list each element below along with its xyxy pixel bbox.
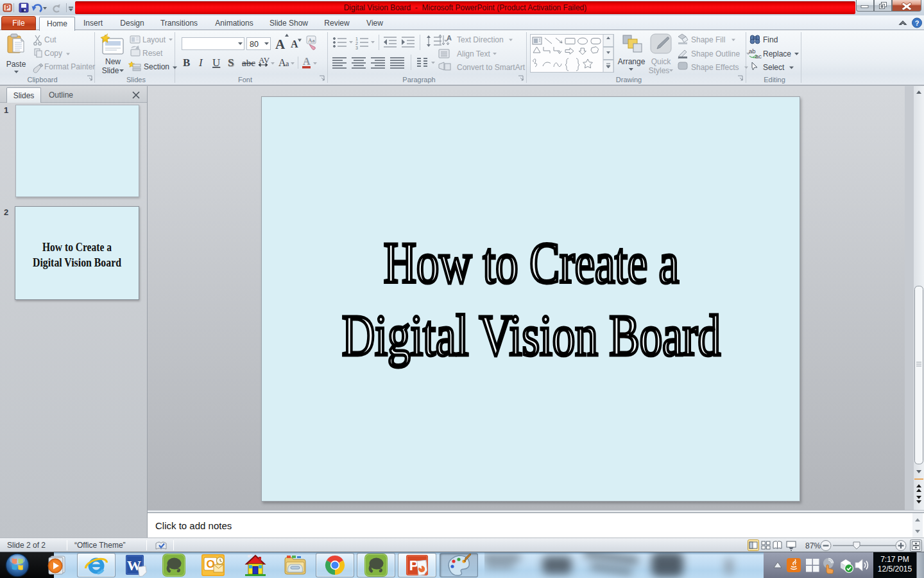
svg-text:Reset: Reset — [142, 49, 163, 58]
svg-text:Styles: Styles — [649, 66, 670, 75]
svg-text:Copy: Copy — [44, 49, 62, 58]
svg-text:Text Direction: Text Direction — [457, 35, 504, 44]
svg-text:A: A — [291, 39, 298, 49]
svg-text:Find: Find — [763, 35, 778, 44]
svg-text:Quick: Quick — [651, 57, 672, 66]
svg-text:Editing: Editing — [764, 76, 785, 83]
svg-text:87%: 87% — [805, 541, 821, 550]
svg-text:Convert to SmartArt: Convert to SmartArt — [457, 63, 526, 72]
svg-text:How to Create a: How to Create a — [42, 240, 112, 254]
svg-text:Digital Vision Board: Digital Vision Board — [342, 304, 721, 367]
svg-text:Section: Section — [144, 62, 169, 71]
svg-text:3: 3 — [355, 46, 358, 50]
svg-text:Format Painter: Format Painter — [44, 62, 95, 71]
svg-text:Aa: Aa — [308, 37, 315, 44]
svg-text:S: S — [228, 57, 234, 69]
svg-text:A: A — [303, 56, 311, 67]
svg-text:Slides: Slides — [126, 76, 146, 83]
svg-text:Font: Font — [238, 76, 252, 83]
svg-text:Select: Select — [763, 63, 785, 72]
svg-text:A: A — [275, 37, 286, 52]
svg-text:Slide: Slide — [102, 66, 119, 75]
svg-text:I: I — [198, 57, 203, 69]
svg-text:P: P — [5, 4, 10, 12]
svg-text:Shape Outline: Shape Outline — [691, 49, 740, 58]
svg-text:ac: ac — [755, 53, 762, 60]
svg-text:Shape Effects: Shape Effects — [691, 63, 739, 72]
svg-text:Layout: Layout — [142, 35, 166, 44]
svg-text:Digital Vision Board: Digital Vision Board — [33, 256, 121, 269]
svg-text:Clipboard: Clipboard — [27, 76, 57, 83]
svg-text:80: 80 — [250, 40, 259, 49]
svg-text:Paragraph: Paragraph — [402, 76, 435, 83]
svg-text:A: A — [447, 34, 452, 42]
svg-text:2: 2 — [355, 41, 358, 46]
svg-text:?: ? — [915, 19, 920, 27]
svg-text:abc: abc — [242, 58, 255, 68]
svg-text:Drawing: Drawing — [616, 76, 642, 83]
svg-text:ab: ab — [749, 48, 756, 55]
svg-text:1: 1 — [355, 37, 358, 41]
svg-text:Cut: Cut — [44, 35, 56, 44]
svg-text:U: U — [212, 57, 220, 69]
svg-text:B: B — [183, 57, 190, 69]
svg-text:a: a — [286, 59, 289, 68]
svg-text:Arrange: Arrange — [618, 57, 646, 66]
svg-text:How to Create a: How to Create a — [384, 231, 679, 295]
svg-text:New: New — [105, 57, 121, 66]
svg-text:Align Text: Align Text — [457, 49, 490, 58]
svg-text:Shape Fill: Shape Fill — [691, 35, 725, 44]
svg-text:Paste: Paste — [6, 60, 26, 69]
svg-text:Replace: Replace — [763, 49, 791, 58]
